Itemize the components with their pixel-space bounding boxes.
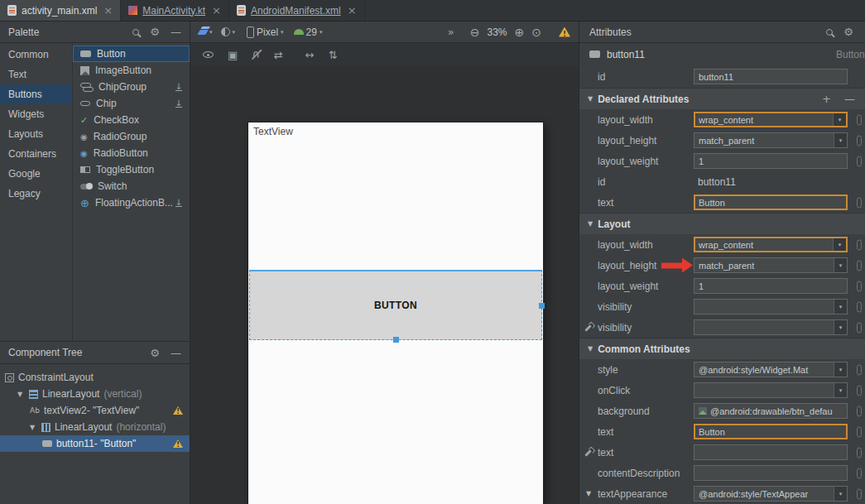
resource-picker-icon[interactable] xyxy=(857,468,862,478)
orientation-selector[interactable]: ▾ xyxy=(221,27,236,36)
api-selector[interactable]: 29 ▾ xyxy=(294,26,323,38)
resource-picker-icon[interactable] xyxy=(857,447,862,458)
search-icon[interactable] xyxy=(132,29,139,36)
combo-arrow-icon[interactable]: ▾ xyxy=(833,113,846,126)
resource-picker-icon[interactable] xyxy=(857,135,862,146)
zoom-out-icon[interactable]: ⊖ xyxy=(470,26,480,38)
palette-item-radiobutton[interactable]: ◉RadioButton xyxy=(73,145,190,161)
close-icon[interactable]: × xyxy=(102,5,113,16)
id-field[interactable]: button11 xyxy=(694,69,848,84)
gear-icon[interactable]: ⚙ xyxy=(843,26,853,37)
combo-arrow-icon[interactable]: ▾ xyxy=(834,383,847,397)
combo-arrow-icon[interactable]: ▾ xyxy=(834,133,847,147)
resource-picker-icon[interactable] xyxy=(857,281,862,291)
resize-handle-right[interactable] xyxy=(539,303,545,309)
resource-picker-icon[interactable] xyxy=(857,239,862,250)
attribute-field-text[interactable] xyxy=(694,444,848,460)
section-header-common-attributes[interactable]: ▼Common Attributes xyxy=(579,338,865,359)
attribute-field-text[interactable]: Button xyxy=(694,194,848,210)
palette-item-switch[interactable]: Switch xyxy=(73,178,190,194)
resource-picker-icon[interactable] xyxy=(857,426,862,437)
blueprint-mode-icon[interactable]: ▣ xyxy=(228,50,238,60)
attribute-field-layout-height[interactable]: match_parent▾ xyxy=(694,132,848,148)
attribute-field-layout-width[interactable]: wrap_content▾ xyxy=(694,237,848,252)
attribute-field-layout-height[interactable]: match_parent▾ xyxy=(694,257,848,273)
palette-category-layouts[interactable]: Layouts xyxy=(0,124,72,144)
resize-handle-bottom[interactable] xyxy=(393,337,399,343)
close-icon[interactable]: × xyxy=(210,5,221,16)
attribute-field-style[interactable]: @android:style/Widget.Mat▾ xyxy=(694,362,848,377)
section-header-layout[interactable]: ▼Layout xyxy=(579,213,865,234)
zoom-to-fit-icon[interactable]: ⊙ xyxy=(531,26,541,38)
resource-picker-icon[interactable] xyxy=(857,260,862,271)
expand-triangle-icon[interactable]: ▼ xyxy=(586,490,591,497)
remove-attribute-icon[interactable]: — xyxy=(844,93,855,105)
attribute-field-contentdescription[interactable] xyxy=(694,465,848,481)
canvas-textview[interactable]: TextView xyxy=(253,126,293,137)
warning-icon[interactable] xyxy=(559,27,570,37)
palette-category-common[interactable]: Common xyxy=(0,45,72,65)
editor-tab-androidmanifest-xml[interactable]: AndroidManifest.xml× xyxy=(229,0,365,21)
combo-arrow-icon[interactable]: ▾ xyxy=(834,487,847,501)
palette-category-google[interactable]: Google xyxy=(0,164,72,184)
resource-picker-icon[interactable] xyxy=(857,385,862,396)
resource-picker-icon[interactable] xyxy=(857,114,862,125)
combo-arrow-icon[interactable]: ▾ xyxy=(834,258,847,272)
resource-picker-icon[interactable] xyxy=(857,364,862,375)
view-options-icon[interactable] xyxy=(203,51,214,58)
tree-item-constraintlayout[interactable]: ConstraintLayout xyxy=(0,369,190,386)
palette-category-text[interactable]: Text xyxy=(0,65,72,84)
combo-arrow-icon[interactable]: ▾ xyxy=(833,238,846,251)
palette-category-legacy[interactable]: Legacy xyxy=(0,184,72,204)
editor-tab-activity-main-xml[interactable]: activity_main.xml× xyxy=(0,0,121,21)
attribute-field-layout-weight[interactable]: 1 xyxy=(694,278,848,294)
chevron-expanded-icon[interactable]: ▼ xyxy=(17,391,25,398)
attribute-field-layout-weight[interactable]: 1 xyxy=(694,153,848,169)
attribute-field-layout-width[interactable]: wrap_content▾ xyxy=(694,112,848,127)
magnet-off-icon[interactable]: ∩ xyxy=(252,49,260,60)
palette-category-containers[interactable]: Containers xyxy=(0,144,72,164)
attribute-field-text[interactable]: Button xyxy=(694,424,848,439)
palette-item-floatingactionb[interactable]: ⊕FloatingActionB...↓ xyxy=(73,194,190,211)
toolbar-overflow-icon[interactable]: » xyxy=(448,26,454,38)
attribute-field-visibility[interactable]: ▾ xyxy=(694,319,848,335)
section-header-declared-attributes[interactable]: ▼Declared Attributes+— xyxy=(579,88,865,109)
palette-item-checkbox[interactable]: ✓CheckBox xyxy=(73,112,190,128)
canvas-button[interactable]: BUTTON xyxy=(249,270,542,340)
search-icon[interactable] xyxy=(826,29,833,36)
vertical-guideline-icon[interactable]: ⇅ xyxy=(329,50,338,60)
palette-item-chipgroup[interactable]: ChipGroup↓ xyxy=(73,79,190,95)
device-selector[interactable]: Pixel ▾ xyxy=(247,26,284,38)
resource-picker-icon[interactable] xyxy=(857,406,862,416)
minimize-icon[interactable]: — xyxy=(171,26,181,37)
horizontal-guideline-icon[interactable]: ↔ xyxy=(305,50,315,60)
palette-category-widgets[interactable]: Widgets xyxy=(0,104,72,124)
resource-picker-icon[interactable] xyxy=(857,156,862,166)
editor-tab-mainactivity-kt[interactable]: MainActivity.kt× xyxy=(121,0,229,21)
infer-constraints-icon[interactable]: ⇄ xyxy=(274,50,283,60)
attribute-field-textappearance[interactable]: @android:style/TextAppear▾ xyxy=(694,486,848,502)
resource-picker-icon[interactable] xyxy=(857,488,862,499)
attribute-field-background[interactable]: @android:drawable/btn_defau xyxy=(694,403,848,419)
tree-item-linearlayout[interactable]: ▼LinearLayout(vertical) xyxy=(0,386,190,402)
combo-arrow-icon[interactable]: ▾ xyxy=(834,362,847,377)
tree-item-linearlayout[interactable]: ▼LinearLayout(horizontal) xyxy=(0,419,190,435)
palette-item-imagebutton[interactable]: ImageButton xyxy=(73,62,190,79)
palette-item-radiogroup[interactable]: ◉RadioGroup xyxy=(73,128,190,145)
minimize-icon[interactable]: — xyxy=(171,348,181,358)
palette-item-chip[interactable]: Chip↓ xyxy=(73,95,190,112)
zoom-in-icon[interactable]: ⊕ xyxy=(515,26,525,38)
add-attribute-icon[interactable]: + xyxy=(822,93,831,105)
gear-icon[interactable]: ⚙ xyxy=(150,26,160,37)
combo-arrow-icon[interactable]: ▾ xyxy=(834,300,847,314)
attribute-field-visibility[interactable]: ▾ xyxy=(694,299,848,314)
palette-item-button[interactable]: Button xyxy=(73,46,190,62)
close-icon[interactable]: × xyxy=(346,5,357,16)
chevron-expanded-icon[interactable]: ▼ xyxy=(30,424,37,431)
tree-item-textview2-textview[interactable]: AbtextView2- "TextView" xyxy=(0,402,190,419)
palette-item-togglebutton[interactable]: ToggleButton xyxy=(73,161,190,178)
resource-picker-icon[interactable] xyxy=(857,197,862,208)
resource-picker-icon[interactable] xyxy=(857,322,862,333)
attribute-field-onclick[interactable]: ▾ xyxy=(694,382,848,398)
gear-icon[interactable]: ⚙ xyxy=(150,348,160,358)
